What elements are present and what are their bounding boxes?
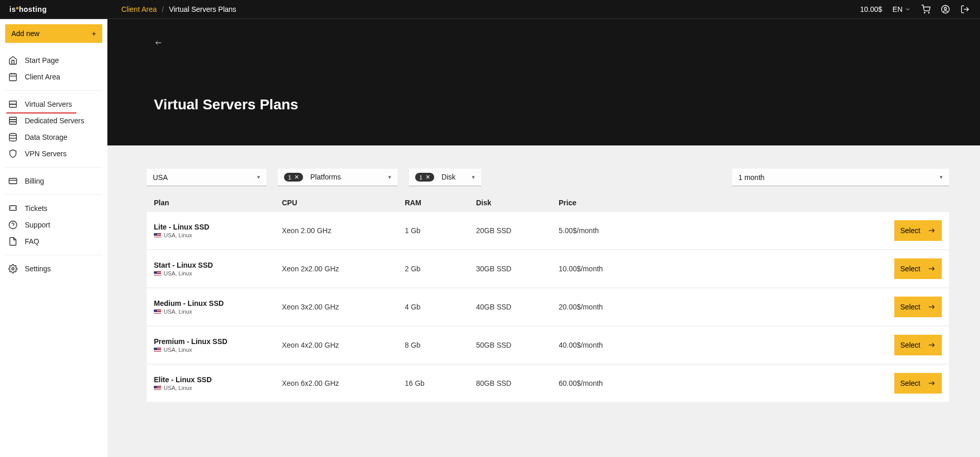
select-plan-button[interactable]: Select xyxy=(894,258,942,279)
arrow-left-icon xyxy=(154,39,163,46)
sidebar-item-faq[interactable]: FAQ xyxy=(5,233,102,250)
plan-sub: USA, Linux xyxy=(154,347,282,353)
brand-logo[interactable]: is*hosting xyxy=(0,5,107,13)
flag-us-icon xyxy=(154,233,161,238)
filter-chip[interactable]: 1 ✕ xyxy=(415,173,434,182)
svg-point-21 xyxy=(12,268,14,270)
breadcrumb-root[interactable]: Client Area xyxy=(121,5,156,13)
gear-icon xyxy=(8,264,18,273)
sidebar-item-label: Virtual Servers xyxy=(25,100,72,108)
sidebar-item-client-area[interactable]: Client Area xyxy=(5,69,102,85)
sidebar-item-billing[interactable]: Billing xyxy=(5,173,102,189)
nav-separator xyxy=(5,194,102,195)
topbar: is*hosting Client Area / Virtual Servers… xyxy=(0,0,980,19)
sidebar-item-label: Tickets xyxy=(25,204,48,213)
chip-count: 1 xyxy=(288,174,291,181)
filter-disk[interactable]: 1 ✕ Disk ▾ xyxy=(409,169,481,186)
sidebar-item-tickets[interactable]: Tickets xyxy=(5,200,102,217)
filter-billing-value: 1 month xyxy=(738,173,765,182)
svg-point-3 xyxy=(944,7,947,10)
plan-sub: USA, Linux xyxy=(154,308,282,315)
plans-table: Plan CPU RAM Disk Price Lite - Linux SSD… xyxy=(147,193,949,402)
page-title: Virtual Servers Plans xyxy=(154,96,980,113)
select-plan-button[interactable]: Select xyxy=(894,220,942,241)
account-balance[interactable]: 10.00$ xyxy=(860,5,882,13)
flag-us-icon xyxy=(154,309,161,314)
sidebar-item-label: Support xyxy=(25,221,50,229)
chip-clear-icon[interactable]: ✕ xyxy=(294,174,299,181)
cell-cpu: Xeon 2.00 GHz xyxy=(282,226,405,235)
table-row: Medium - Linux SSD USA, Linux Xeon 3x2.0… xyxy=(147,288,949,325)
svg-point-0 xyxy=(924,12,925,13)
table-row: Start - Linux SSD USA, Linux Xeon 2x2.00… xyxy=(147,250,949,287)
svg-point-16 xyxy=(9,134,17,136)
nav-separator xyxy=(5,90,102,91)
sidebar-item-label: Data Storage xyxy=(25,133,68,141)
sidebar-item-start-page[interactable]: Start Page xyxy=(5,52,102,69)
plus-icon: + xyxy=(92,29,96,38)
select-label: Select xyxy=(900,379,921,387)
logout-icon xyxy=(960,5,970,14)
filter-platforms[interactable]: 1 ✕ Platforms ▾ xyxy=(278,169,398,186)
chip-clear-icon[interactable]: ✕ xyxy=(425,174,430,181)
sidebar-item-label: Settings xyxy=(25,265,51,273)
sidebar-item-label: FAQ xyxy=(25,237,39,246)
sidebar-item-settings[interactable]: Settings xyxy=(5,260,102,277)
cell-cpu: Xeon 3x2.00 GHz xyxy=(282,303,405,311)
sidebar-item-virtual-servers[interactable]: Virtual Servers xyxy=(5,96,102,112)
filter-country[interactable]: USA ▾ xyxy=(147,169,266,186)
chevron-down-icon: ▾ xyxy=(940,174,943,181)
sidebar-item-vpn-servers[interactable]: VPN Servers xyxy=(5,145,102,162)
select-plan-button[interactable]: Select xyxy=(894,297,942,317)
col-disk: Disk xyxy=(476,199,559,207)
svg-rect-13 xyxy=(9,117,17,120)
arrow-right-icon xyxy=(927,265,936,272)
select-label: Select xyxy=(900,226,921,235)
cell-ram: 1 Gb xyxy=(405,226,476,235)
language-selector[interactable]: EN xyxy=(893,5,911,13)
svg-rect-9 xyxy=(9,101,17,104)
cart-icon xyxy=(921,5,930,14)
svg-rect-5 xyxy=(9,74,17,81)
table-header-row: Plan CPU RAM Disk Price xyxy=(147,193,949,212)
table-row: Lite - Linux SSD USA, Linux Xeon 2.00 GH… xyxy=(147,212,949,249)
sidebar-item-label: Client Area xyxy=(25,73,60,81)
select-label: Select xyxy=(900,341,921,349)
plan-name: Start - Linux SSD xyxy=(154,261,282,269)
breadcrumb-sep: / xyxy=(162,5,164,13)
filter-billing-period[interactable]: 1 month ▾ xyxy=(732,169,949,186)
table-row: Elite - Linux SSD USA, Linux Xeon 6x2.00… xyxy=(147,365,949,402)
account-button[interactable] xyxy=(941,5,950,14)
flag-us-icon xyxy=(154,271,161,276)
cart-button[interactable] xyxy=(921,5,930,14)
logout-button[interactable] xyxy=(960,5,970,14)
svg-rect-15 xyxy=(9,122,17,124)
plan-name: Elite - Linux SSD xyxy=(154,376,282,384)
sidebar-item-data-storage[interactable]: Data Storage xyxy=(5,129,102,145)
plan-name: Medium - Linux SSD xyxy=(154,299,282,307)
plan-sub: USA, Linux xyxy=(154,232,282,238)
table-row: Premium - Linux SSD USA, Linux Xeon 4x2.… xyxy=(147,327,949,364)
nav-separator xyxy=(5,255,102,255)
calendar-icon xyxy=(8,72,18,81)
cell-cpu: Xeon 4x2.00 GHz xyxy=(282,341,405,349)
plan-name: Lite - Linux SSD xyxy=(154,223,282,231)
sidebar-item-support[interactable]: Support xyxy=(5,217,102,233)
svg-rect-17 xyxy=(9,178,17,184)
main-content: Virtual Servers Plans USA ▾ 1 ✕ Platform… xyxy=(107,19,980,457)
cell-ram: 2 Gb xyxy=(405,265,476,273)
sidebar: Add new + Start Page Client Area Virtual… xyxy=(0,19,107,457)
svg-rect-14 xyxy=(9,120,17,122)
filter-chip[interactable]: 1 ✕ xyxy=(284,173,303,182)
topbar-right: 10.00$ EN xyxy=(860,5,980,14)
sidebar-item-dedicated-servers[interactable]: Dedicated Servers xyxy=(5,112,102,129)
arrow-right-icon xyxy=(927,303,936,311)
plan-sub: USA, Linux xyxy=(154,270,282,276)
select-plan-button[interactable]: Select xyxy=(894,335,942,355)
select-label: Select xyxy=(900,303,921,311)
back-button[interactable] xyxy=(154,38,163,49)
add-new-button[interactable]: Add new + xyxy=(5,24,102,43)
filter-country-value: USA xyxy=(153,173,168,182)
select-plan-button[interactable]: Select xyxy=(894,373,942,394)
col-price: Price xyxy=(559,199,714,207)
